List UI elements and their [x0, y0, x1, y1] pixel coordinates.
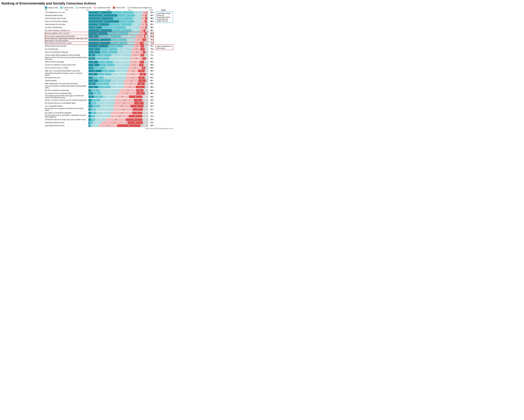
row-label: Donate items that are no longer used, su… — [45, 119, 88, 121]
bar-segment-4: 7 — [140, 48, 145, 51]
bar-segment-4: 14 — [134, 99, 142, 102]
bar-segment-3: 9 — [140, 32, 145, 35]
bar-segment-2: 25 — [100, 99, 115, 102]
bar-segment-2: 39 — [105, 67, 128, 69]
chart-title: Ranking of Environmentally and Socially … — [1, 1, 173, 5]
bar-segment-0: 39 — [88, 29, 112, 32]
table-row: Buy refills of shampoo, detergent, etc.3… — [45, 29, 154, 32]
bar-segment-2: 13 — [127, 42, 135, 44]
legend-item-3: I usually don't do this — [94, 7, 110, 9]
bar-container: 1127331667 — [88, 54, 148, 57]
bar-container: 512513 — [88, 20, 148, 23]
legend-item-2: I sometimes do this — [76, 7, 91, 9]
bar-segment-2: 15 — [132, 23, 140, 26]
table-row: Avoid leaving food on the plate353815987… — [45, 23, 154, 26]
table-row: Separate garbage properly493012690.4 — [45, 14, 154, 17]
bar-segment-2: 12 — [91, 124, 99, 127]
bar-segment-1: 7 — [91, 115, 95, 118]
bar-container: 362813868 — [88, 42, 148, 44]
bar-segment-4 — [144, 35, 145, 38]
row-label: Choose energy-efficient appliances when … — [45, 54, 88, 56]
bar-segment-4: 6 — [140, 42, 143, 44]
action-rate: 63.2 — [148, 73, 154, 75]
bar-segment-1: 35 — [107, 32, 128, 35]
bar-container: 12313913 — [88, 124, 148, 127]
bar-segment-0: 41 — [88, 17, 113, 20]
bar-segment-0 — [88, 108, 91, 111]
row-label: Avoid pouring oil down the drain — [45, 45, 88, 47]
table-row: Greet my neighbors when I see them323519… — [45, 32, 154, 35]
bar-segment-4: 12 — [138, 82, 145, 85]
table-row: Bring my own bag when shopping51251388.8 — [45, 20, 154, 23]
bar-segment-3: 16 — [130, 64, 139, 66]
bar-segment-4: 12 — [139, 79, 146, 82]
data-source: Data source: INTAGE independent survey — [1, 128, 173, 129]
bar-segment-0: 15 — [88, 73, 97, 76]
action-rate: 87.1 — [148, 24, 154, 25]
bar-segment-5: 6 — [145, 86, 148, 88]
bar-segment-0: 6 — [88, 105, 92, 107]
row-label: Carry my own bottle or drinking flask in… — [45, 85, 88, 89]
row-label: Use the air conditioner in energy-saving… — [45, 64, 88, 66]
bar-segment-2: 23 — [100, 105, 113, 107]
bar-segment-4: 22 — [129, 95, 142, 98]
bar-segment-4 — [146, 23, 147, 26]
action-rate: 73.0 — [148, 48, 154, 50]
row-label: Refuse excessive packaging — [45, 61, 88, 63]
table-row: Make shopping lists and avoid impulse pu… — [45, 82, 154, 85]
bar-segment-2: 12 — [135, 14, 142, 17]
bar-segment-3 — [142, 20, 145, 23]
table-row: Avoid overcrowding the refrigerator19292… — [45, 51, 154, 54]
bar-segment-2: 15 — [133, 17, 142, 20]
bar-segment-0: 51 — [88, 20, 119, 23]
bar-segment-5 — [145, 29, 148, 32]
bar-segment-1 — [90, 121, 93, 124]
table-row: Buy organic or low-pesticide vegetables9… — [45, 111, 154, 114]
bar-segment-5 — [147, 32, 148, 35]
bar-segment-1: 22 — [102, 70, 114, 72]
bar-segment-1: 27 — [111, 38, 127, 41]
bar-segment-0: 19 — [88, 51, 100, 53]
bar-segment-1: 7 — [91, 118, 95, 121]
annotations-panel: Actionrate Conventional energy-saving an… — [154, 9, 173, 127]
bar-segment-0: 37 — [88, 38, 111, 41]
bar-segment-0: 39 — [88, 11, 112, 14]
row-label: Buy locally grown food — [45, 77, 88, 79]
bar-segment-5: 9 — [143, 121, 148, 124]
row-label: Treat everyone equally without discrimin… — [45, 35, 88, 37]
bar-segment-1: 25 — [108, 45, 123, 48]
bar-segment-0: 16 — [88, 61, 98, 63]
bar-container: 83032179 — [88, 108, 148, 111]
bar-segment-3: 32 — [115, 99, 134, 102]
bar-segment-0 — [88, 118, 91, 121]
bar-segment-1: 38 — [98, 35, 121, 38]
bar-segment-0 — [88, 99, 91, 102]
bar-segment-2: 22 — [111, 79, 124, 82]
row-label: Use items until they break — [45, 26, 88, 28]
legend-item-5: This action does not apply to me — [127, 7, 152, 9]
bar-segment-0 — [88, 102, 91, 105]
bar-segment-4: 12 — [136, 89, 143, 92]
bar-segment-1: 30 — [117, 14, 135, 17]
bar-segment-5 — [147, 14, 148, 17]
table-row: Call out to anyone who is in trouble8203… — [45, 66, 154, 70]
action-rate: 71.1 — [148, 54, 154, 56]
bar-container: 1625291777 — [88, 61, 148, 63]
bar-segment-1: 23 — [96, 82, 109, 85]
action-rate: 42.1 — [148, 105, 154, 107]
table-row: Sell unwanted goods via flea market apps… — [45, 95, 154, 99]
bar-segment-4: 14 — [136, 92, 145, 95]
bar-segment-1: 18 — [93, 76, 104, 79]
bar-container: 22222218116 — [88, 70, 148, 72]
bar-segment-2: 25 — [111, 73, 127, 76]
action-rate: 44.0 — [148, 102, 154, 104]
row-label: Avoid making hurtful comments or posts — [45, 42, 88, 44]
bar-segment-0: 35 — [88, 23, 109, 26]
table-row: Borrow or rent items I will use only onc… — [45, 99, 154, 102]
bar-segment-0: 11 — [88, 54, 95, 57]
bar-container: 23412310 — [88, 26, 148, 29]
bar-segment-1: 23 — [97, 73, 111, 76]
bar-segment-4: 16 — [134, 102, 144, 105]
bar-segment-5 — [146, 38, 148, 41]
action-rate: 16.9 — [148, 125, 154, 126]
